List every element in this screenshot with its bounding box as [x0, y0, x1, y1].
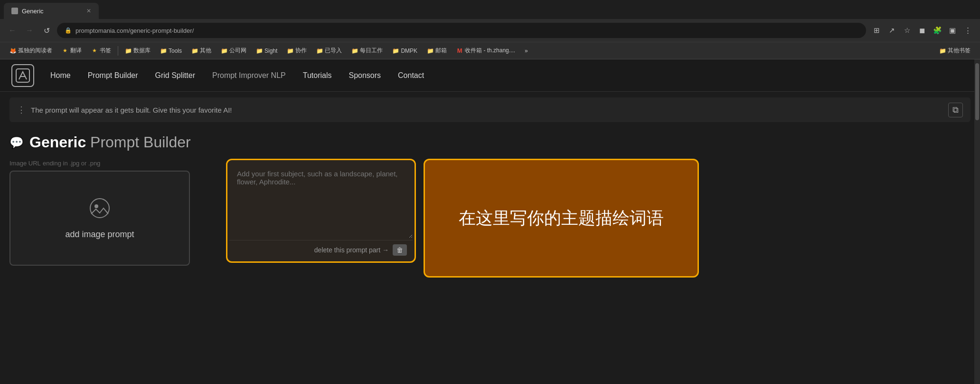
bookmark-tools[interactable]: 📁 Tools	[156, 46, 186, 56]
image-url-hint: ending in .jpg or .png	[43, 160, 100, 167]
bookmark-daily[interactable]: 📁 每日工作	[348, 45, 386, 56]
menu-icon[interactable]: ⋮	[961, 24, 974, 37]
bookmark-label: 孤独的阅读者	[18, 47, 52, 55]
folder-icon: 📁	[256, 48, 263, 54]
page-title-light-text: Prompt Builder	[90, 134, 191, 151]
reload-button[interactable]: ↺	[40, 24, 53, 37]
folder-icon: 📁	[287, 48, 293, 54]
bookmark-label: Sight	[264, 48, 277, 54]
website-content: Home Prompt Builder Grid Splitter Prompt…	[0, 59, 980, 384]
bookmark-other-books[interactable]: 📁 其他书签	[935, 45, 974, 56]
site-nav: Home Prompt Builder Grid Splitter Prompt…	[0, 59, 980, 92]
bookmark-other[interactable]: 📁 其他	[188, 45, 215, 56]
prompt-box-container: delete this prompt part → 🗑	[226, 159, 416, 263]
bookmark-label: 每日工作	[360, 47, 383, 55]
bookmark-label: 收件箱 - th.zhang....	[465, 47, 515, 55]
lock-icon: 🔒	[65, 27, 72, 34]
folder-icon: 📁	[939, 48, 946, 54]
bookmarks-bar: 🦊 孤独的阅读者 ★ 翻译 ★ 书签 📁 数据库 📁 Tools 📁 其他 📁 …	[0, 42, 980, 59]
nav-sponsors[interactable]: Sponsors	[348, 69, 382, 82]
delete-prompt-icon-button[interactable]: 🗑	[393, 244, 407, 256]
extensions-icon[interactable]: 🧩	[931, 24, 944, 37]
copy-prompt-button[interactable]: ⧉	[948, 103, 963, 117]
bookmark-label: 数据库	[133, 47, 151, 55]
bookmark-label: 已导入	[325, 47, 342, 55]
prompt-preview-bar: ⋮ The prompt will appear as it gets buil…	[9, 97, 971, 122]
annotation-box: 在这里写你的主题描绘词语	[424, 159, 699, 278]
add-image-prompt-label: add image prompt	[65, 230, 134, 240]
bookmark-collab[interactable]: 📁 协作	[283, 45, 311, 56]
folder-icon: 📁	[221, 48, 227, 54]
back-button[interactable]: ←	[6, 24, 19, 37]
star-icon: ★	[91, 48, 98, 54]
content-area: Image URL ending in .jpg or .png add ima…	[0, 159, 980, 278]
bookmark-sight[interactable]: 📁 Sight	[252, 46, 281, 56]
translate-icon[interactable]: ⊞	[870, 24, 883, 37]
bookmark-label: 其他书签	[948, 47, 971, 55]
add-image-prompt-area[interactable]: add image prompt	[9, 171, 190, 266]
bookmark-lonely-reader[interactable]: 🦊 孤独的阅读者	[6, 45, 56, 56]
bookmark-more[interactable]: »	[521, 46, 532, 56]
prompt-box-footer: delete this prompt part → 🗑	[229, 240, 413, 259]
bookmark-label: 翻译	[70, 47, 82, 55]
image-placeholder-icon	[88, 197, 111, 224]
address-bar: ← → ↺ 🔒 promptomania.com/generic-prompt-…	[0, 19, 980, 42]
nav-prompt-improver[interactable]: Prompt Improver NLP	[211, 69, 287, 82]
tab-title: Generic	[22, 8, 44, 15]
bookmark-inbox[interactable]: M 收件箱 - th.zhang....	[452, 45, 519, 56]
bookmark-mail[interactable]: 📁 邮箱	[423, 45, 451, 56]
bookmark-star-icon[interactable]: ☆	[900, 24, 914, 37]
sidebar-toggle-icon[interactable]: ▣	[946, 24, 959, 37]
bookmark-label: 协作	[295, 47, 307, 55]
bookmark-dmpk[interactable]: 📁 DMPK	[388, 46, 421, 56]
bookmark-database[interactable]: 📁 数据库	[121, 45, 154, 56]
nav-contact[interactable]: Contact	[397, 69, 425, 82]
right-panel: 在这里写你的主题描绘词语	[424, 159, 699, 278]
folder-icon: 📁	[427, 48, 433, 54]
nav-prompt-builder[interactable]: Prompt Builder	[87, 69, 139, 82]
bookmark-divider	[118, 46, 118, 56]
bookmark-label: 邮箱	[435, 47, 447, 55]
folder-icon: 📁	[392, 48, 399, 54]
page-title: Generic Prompt Builder	[29, 134, 191, 151]
forward-button[interactable]: →	[23, 24, 36, 37]
tab-bar: Generic ✕	[0, 0, 980, 19]
site-logo[interactable]	[11, 64, 34, 87]
image-url-label: Image URL ending in .jpg or .png	[9, 159, 218, 167]
folder-icon: 📁	[191, 48, 198, 54]
center-panel: delete this prompt part → 🗑	[226, 159, 416, 278]
scrollbar-thumb[interactable]	[975, 63, 979, 120]
nav-tutorials[interactable]: Tutorials	[302, 69, 333, 82]
bookmark-company[interactable]: 📁 公司网	[217, 45, 250, 56]
prompt-bar-menu-icon[interactable]: ⋮	[17, 105, 25, 115]
tab-close-btn[interactable]: ✕	[86, 8, 91, 14]
page-title-bold: Generic	[29, 134, 86, 151]
annotation-text: 在这里写你的主题描绘词语	[459, 206, 664, 230]
left-panel: Image URL ending in .jpg or .png add ima…	[9, 159, 218, 278]
more-bookmarks-label: »	[525, 48, 528, 54]
browser-icons: ⊞ ↗ ☆ ◼ 🧩 ▣ ⋮	[870, 24, 974, 37]
share-icon[interactable]: ↗	[885, 24, 898, 37]
fox-icon: 🦊	[9, 48, 16, 54]
gmail-icon: M	[456, 48, 463, 54]
bookmark-label: Tools	[169, 48, 182, 54]
bookmark-bookmarks[interactable]: ★ 书签	[87, 45, 115, 56]
svg-point-1	[90, 199, 109, 218]
address-input[interactable]: 🔒 promptomania.com/generic-prompt-builde…	[57, 23, 866, 38]
builder-icon: 💬	[9, 136, 24, 149]
folder-icon: 📁	[351, 48, 358, 54]
tab-favicon	[11, 8, 18, 14]
bookmark-label: DMPK	[401, 48, 417, 54]
bookmark-label: 书签	[100, 47, 111, 55]
active-tab[interactable]: Generic ✕	[4, 3, 99, 19]
profile-icon[interactable]: ◼	[915, 24, 929, 37]
nav-grid-splitter[interactable]: Grid Splitter	[154, 69, 196, 82]
nav-home[interactable]: Home	[49, 69, 72, 82]
scrollbar[interactable]	[974, 59, 980, 384]
prompt-subject-textarea[interactable]	[229, 162, 413, 238]
bookmark-translate[interactable]: ★ 翻译	[58, 45, 85, 56]
svg-point-2	[94, 204, 98, 208]
delete-prompt-button[interactable]: delete this prompt part →	[314, 246, 389, 254]
bookmark-imported[interactable]: 📁 已导入	[312, 45, 346, 56]
browser-chrome: Generic ✕ ← → ↺ 🔒 promptomania.com/gener…	[0, 0, 980, 59]
